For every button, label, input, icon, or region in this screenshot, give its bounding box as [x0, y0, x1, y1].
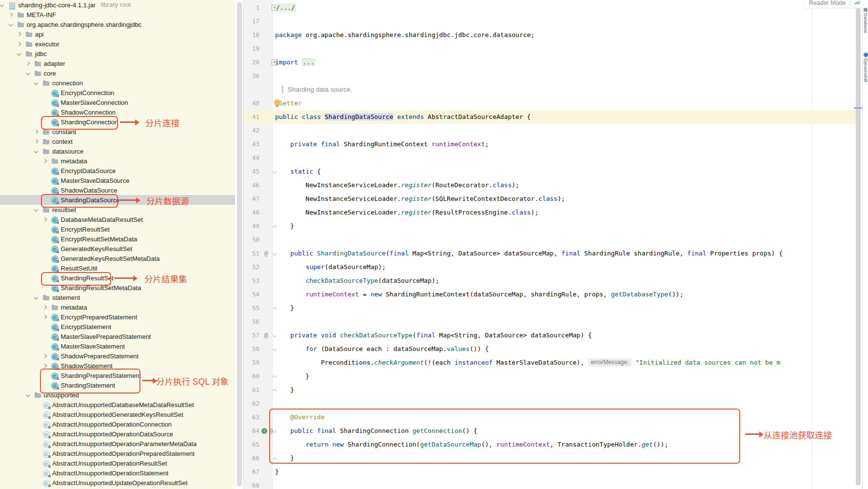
tree-item-constant[interactable]: constant: [0, 127, 235, 137]
editor-line-43[interactable]: 43 private final ShardingRuntimeContext …: [244, 137, 856, 151]
tree-item-masterslaveconnection[interactable]: CMasterSlaveConnection: [0, 98, 235, 107]
chevron-right-icon[interactable]: [17, 42, 21, 46]
editor-line-42[interactable]: 42: [244, 124, 856, 137]
editor-line-68[interactable]: 68: [244, 479, 856, 489]
chevron-down-icon[interactable]: [34, 81, 38, 85]
editor-line-46[interactable]: 46 NewInstanceServiceLoader.register(Rou…: [244, 178, 856, 192]
tree-item-encryptstatement[interactable]: CEncryptStatement: [0, 322, 235, 332]
tree-item-abstractunsupportedoperationdatasource[interactable]: CAbstractUnsupportedOperationDataSource: [0, 429, 235, 439]
editor-line-49[interactable]: 49 }: [244, 219, 856, 233]
editor-line-47[interactable]: 47 NewInstanceServiceLoader.register(SQL…: [244, 192, 856, 206]
tree-scrollbar[interactable]: [237, 2, 242, 487]
tree-item-metadata[interactable]: metadata: [0, 156, 235, 166]
tree-item-shadowconnection[interactable]: CShadowConnection: [0, 107, 235, 117]
editor-line-67[interactable]: 67}: [244, 465, 856, 479]
editor-line-57[interactable]: 57@ private void checkDataSourceType(fin…: [244, 329, 856, 342]
editor-line-45[interactable]: 45 static {: [244, 165, 856, 178]
chevron-right-icon[interactable]: [17, 32, 21, 36]
overriding-method-icon[interactable]: ↑: [261, 428, 267, 434]
tree-item-abstractunsupporteddatabasemetadataresultset[interactable]: CAbstractUnsupportedDatabaseMetaDataResu…: [0, 400, 235, 410]
editor-line-56[interactable]: 56: [244, 315, 856, 329]
tree-item-context[interactable]: context: [0, 137, 235, 146]
tree-item-encryptresultset[interactable]: CEncryptResultSet: [0, 224, 235, 234]
chevron-right-icon[interactable]: [42, 159, 46, 163]
chevron-right-icon[interactable]: [34, 130, 38, 134]
tree-item-encryptpreparedstatement[interactable]: CEncryptPreparedStatement: [0, 312, 235, 322]
tree-item-abstractunsupportedgeneratedkeysresultset[interactable]: CAbstractUnsupportedGeneratedKeysResultS…: [0, 410, 235, 419]
chevron-right-icon[interactable]: [42, 354, 46, 358]
tree-item-abstractunsupportedoperationstatement[interactable]: CAbstractUnsupportedOperationStatement: [0, 468, 235, 478]
chevron-down-icon[interactable]: [25, 71, 29, 75]
tree-item-generatedkeysresultset[interactable]: CGeneratedKeysResultSet: [0, 244, 235, 254]
editor-scrollbar[interactable]: [856, 8, 861, 486]
chevron-right-icon[interactable]: [42, 305, 46, 309]
tree-item-abstractunsupportedoperationconnection[interactable]: CAbstractUnsupportedOperationConnection: [0, 419, 235, 429]
chevron-right-icon[interactable]: [8, 13, 12, 17]
intention-bulb-icon[interactable]: [274, 99, 280, 106]
annotation-gutter-icon[interactable]: @: [264, 329, 268, 342]
chevron-right-icon[interactable]: [42, 364, 46, 368]
chevron-right-icon[interactable]: [34, 139, 38, 143]
editor-line-58[interactable]: 58 for (DataSource each : dataSourceMap.…: [244, 342, 856, 356]
tree-item-shardingresultsetmetadata[interactable]: CShardingResultSetMetaData: [0, 283, 235, 293]
editor-line-44[interactable]: 44: [244, 151, 856, 165]
tree-item-encryptconnection[interactable]: CEncryptConnection: [0, 88, 235, 98]
tree-item-sharding-jdbc-core-4.1.1.jar[interactable]: sharding-jdbc-core-4.1.1.jar library roo…: [0, 0, 235, 10]
chevron-down-icon[interactable]: [8, 22, 12, 26]
editor-line-19[interactable]: 19: [244, 42, 856, 56]
tree-item-shadowpreparedstatement[interactable]: CShadowPreparedStatement: [0, 351, 235, 361]
editor-line-55[interactable]: 55 }: [244, 301, 856, 315]
editor-line-54[interactable]: 54 runtimeContext = new ShardingRuntimeC…: [244, 288, 856, 301]
annotation-gutter-icon[interactable]: @: [264, 247, 268, 260]
tool-tab-database[interactable]: Database: [863, 8, 868, 33]
tree-item-org.apache.shardingsphere.shardingjdbc[interactable]: org.apache.shardingsphere.shardingjdbc: [0, 20, 235, 29]
tree-item-core[interactable]: core: [0, 68, 235, 78]
tree-item-abstractunsupportedupdateoperationresultset[interactable]: CAbstractUnsupportedUpdateOperationResul…: [0, 478, 235, 488]
tree-item-datasource[interactable]: datasource: [0, 146, 235, 156]
chevron-down-icon[interactable]: [34, 149, 38, 153]
editor-line-59[interactable]: 59 Preconditions.checkArgument(!(each in…: [244, 356, 856, 370]
tree-item-databasemetadataresultset[interactable]: CDatabaseMetaDataResultSet: [0, 215, 235, 224]
tree-item-resultsetutil[interactable]: CResultSetUtil: [0, 263, 235, 273]
tree-item-masterslavepreparedstatement[interactable]: CMasterSlavePreparedStatement: [0, 332, 235, 341]
tree-item-resultset[interactable]: resultset: [0, 205, 235, 215]
editor-line-50[interactable]: 50: [244, 233, 856, 247]
inspections-ok-icon[interactable]: ✓✓: [854, 0, 862, 6]
chevron-down-icon[interactable]: [0, 3, 4, 7]
editor-line-60[interactable]: 60 }: [244, 370, 856, 383]
tree-item-connection[interactable]: connection: [0, 78, 235, 88]
tree-item-encryptdatasource[interactable]: CEncryptDataSource: [0, 166, 235, 176]
tree-item-masterslavedatasource[interactable]: CMasterSlaveDataSource: [0, 176, 235, 185]
editor-line-18[interactable]: 18package org.apache.shardingsphere.shar…: [244, 28, 856, 42]
editor-line-20[interactable]: 20+import ...: [244, 56, 856, 69]
tool-tab-dynamodb[interactable]: DynamoDB: [863, 53, 868, 82]
editor-line-36[interactable]: 36: [244, 69, 856, 83]
tree-item-shadowdatasource[interactable]: CShadowDataSource: [0, 185, 235, 195]
tree-item-metadata[interactable]: metadata: [0, 302, 235, 312]
tree-item-statement[interactable]: statement: [0, 293, 235, 302]
editor-line-17[interactable]: 17: [244, 15, 856, 28]
tree-item-abstractunsupportedoperationresultset[interactable]: CAbstractUnsupportedOperationResultSet: [0, 458, 235, 468]
chevron-right-icon[interactable]: [25, 61, 29, 65]
chevron-right-icon[interactable]: [42, 217, 46, 221]
tree-item-generatedkeysresultsetmetadata[interactable]: CGeneratedKeysResultSetMetaData: [0, 254, 235, 263]
chevron-down-icon[interactable]: [34, 295, 38, 299]
rendered-doc-line[interactable]: Sharding data source.: [244, 83, 856, 97]
tree-item-api[interactable]: api: [0, 29, 235, 39]
tree-item-abstractunsupportedoperationparametermetadata[interactable]: CAbstractUnsupportedOperationParameterMe…: [0, 439, 235, 449]
editor-line-48[interactable]: 48 NewInstanceServiceLoader.register(Res…: [244, 206, 856, 219]
tree-item-masterslavestatement[interactable]: CMasterSlaveStatement: [0, 341, 235, 351]
tree-item-jdbc[interactable]: jdbc: [0, 49, 235, 59]
chevron-down-icon[interactable]: [34, 208, 38, 212]
chevron-right-icon[interactable]: [42, 315, 46, 319]
editor-line-53[interactable]: 53 checkDataSourceType(dataSourceMap);: [244, 274, 856, 288]
chevron-down-icon[interactable]: [25, 393, 29, 397]
chevron-down-icon[interactable]: [17, 52, 21, 56]
editor-line-51[interactable]: 51@ public ShardingDataSource(final Map<…: [244, 247, 856, 260]
editor-line-52[interactable]: 52 super(dataSourceMap);: [244, 260, 856, 274]
tree-item-encryptresultsetmetadata[interactable]: CEncryptResultSetMetaData: [0, 234, 235, 244]
editor-line-40[interactable]: 40@Getter: [244, 97, 856, 110]
editor-line-41[interactable]: 41public class ShardingDataSource extend…: [244, 110, 856, 124]
tree-item-adapter[interactable]: adapter: [0, 59, 235, 68]
tree-item-meta-inf[interactable]: META-INF: [0, 10, 235, 20]
